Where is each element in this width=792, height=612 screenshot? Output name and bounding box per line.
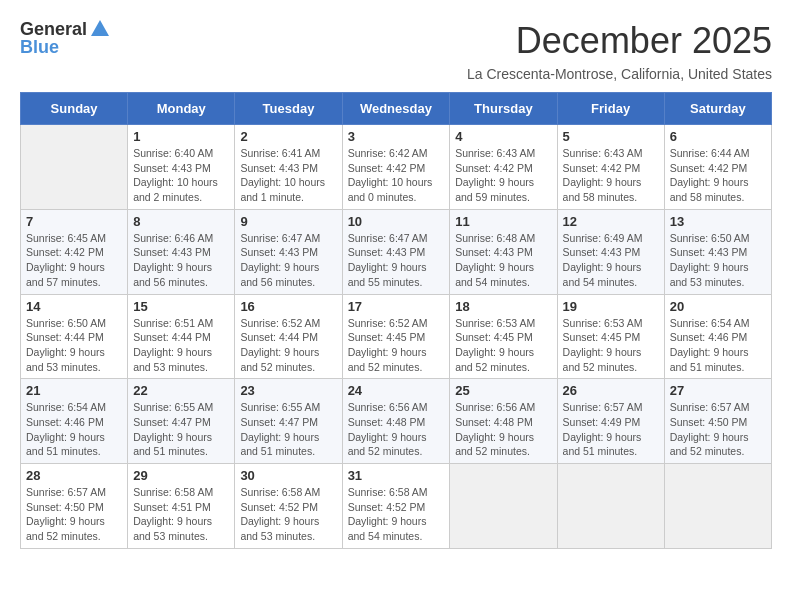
day-info: Sunrise: 6:44 AMSunset: 4:42 PMDaylight:… [670, 146, 766, 205]
calendar-table: SundayMondayTuesdayWednesdayThursdayFrid… [20, 92, 772, 549]
day-info: Sunrise: 6:58 AMSunset: 4:52 PMDaylight:… [240, 485, 336, 544]
day-cell: 30Sunrise: 6:58 AMSunset: 4:52 PMDayligh… [235, 464, 342, 549]
day-number: 8 [133, 214, 229, 229]
day-number: 31 [348, 468, 445, 483]
day-info: Sunrise: 6:51 AMSunset: 4:44 PMDaylight:… [133, 316, 229, 375]
header-cell-monday: Monday [128, 93, 235, 125]
day-cell: 24Sunrise: 6:56 AMSunset: 4:48 PMDayligh… [342, 379, 450, 464]
logo-blue: Blue [20, 38, 111, 58]
day-cell: 20Sunrise: 6:54 AMSunset: 4:46 PMDayligh… [664, 294, 771, 379]
header-cell-tuesday: Tuesday [235, 93, 342, 125]
day-info: Sunrise: 6:47 AMSunset: 4:43 PMDaylight:… [348, 231, 445, 290]
day-cell [21, 125, 128, 210]
title-block: December 2025 [516, 20, 772, 62]
day-cell: 29Sunrise: 6:58 AMSunset: 4:51 PMDayligh… [128, 464, 235, 549]
day-info: Sunrise: 6:54 AMSunset: 4:46 PMDaylight:… [26, 400, 122, 459]
day-cell: 5Sunrise: 6:43 AMSunset: 4:42 PMDaylight… [557, 125, 664, 210]
day-number: 12 [563, 214, 659, 229]
day-info: Sunrise: 6:50 AMSunset: 4:43 PMDaylight:… [670, 231, 766, 290]
day-cell: 17Sunrise: 6:52 AMSunset: 4:45 PMDayligh… [342, 294, 450, 379]
day-cell: 4Sunrise: 6:43 AMSunset: 4:42 PMDaylight… [450, 125, 557, 210]
day-number: 10 [348, 214, 445, 229]
day-number: 13 [670, 214, 766, 229]
day-number: 24 [348, 383, 445, 398]
day-info: Sunrise: 6:42 AMSunset: 4:42 PMDaylight:… [348, 146, 445, 205]
page-container: General Blue December 2025 La Crescenta-… [20, 20, 772, 549]
day-info: Sunrise: 6:41 AMSunset: 4:43 PMDaylight:… [240, 146, 336, 205]
day-cell: 27Sunrise: 6:57 AMSunset: 4:50 PMDayligh… [664, 379, 771, 464]
day-cell: 8Sunrise: 6:46 AMSunset: 4:43 PMDaylight… [128, 209, 235, 294]
day-number: 18 [455, 299, 551, 314]
week-row: 14Sunrise: 6:50 AMSunset: 4:44 PMDayligh… [21, 294, 772, 379]
day-cell: 13Sunrise: 6:50 AMSunset: 4:43 PMDayligh… [664, 209, 771, 294]
day-cell [450, 464, 557, 549]
day-info: Sunrise: 6:52 AMSunset: 4:45 PMDaylight:… [348, 316, 445, 375]
calendar-title: December 2025 [516, 20, 772, 62]
day-cell: 23Sunrise: 6:55 AMSunset: 4:47 PMDayligh… [235, 379, 342, 464]
day-info: Sunrise: 6:47 AMSunset: 4:43 PMDaylight:… [240, 231, 336, 290]
day-info: Sunrise: 6:43 AMSunset: 4:42 PMDaylight:… [563, 146, 659, 205]
logo-icon [89, 18, 111, 40]
day-number: 16 [240, 299, 336, 314]
day-info: Sunrise: 6:48 AMSunset: 4:43 PMDaylight:… [455, 231, 551, 290]
day-number: 7 [26, 214, 122, 229]
header-cell-saturday: Saturday [664, 93, 771, 125]
day-info: Sunrise: 6:45 AMSunset: 4:42 PMDaylight:… [26, 231, 122, 290]
week-row: 28Sunrise: 6:57 AMSunset: 4:50 PMDayligh… [21, 464, 772, 549]
day-info: Sunrise: 6:57 AMSunset: 4:50 PMDaylight:… [670, 400, 766, 459]
day-number: 1 [133, 129, 229, 144]
calendar-subtitle: La Crescenta-Montrose, California, Unite… [20, 66, 772, 82]
week-row: 21Sunrise: 6:54 AMSunset: 4:46 PMDayligh… [21, 379, 772, 464]
day-number: 15 [133, 299, 229, 314]
day-number: 4 [455, 129, 551, 144]
day-number: 30 [240, 468, 336, 483]
header-cell-sunday: Sunday [21, 93, 128, 125]
header: General Blue December 2025 [20, 20, 772, 62]
day-number: 14 [26, 299, 122, 314]
day-info: Sunrise: 6:52 AMSunset: 4:44 PMDaylight:… [240, 316, 336, 375]
header-cell-friday: Friday [557, 93, 664, 125]
day-info: Sunrise: 6:49 AMSunset: 4:43 PMDaylight:… [563, 231, 659, 290]
svg-marker-0 [91, 20, 109, 36]
day-number: 21 [26, 383, 122, 398]
day-cell: 2Sunrise: 6:41 AMSunset: 4:43 PMDaylight… [235, 125, 342, 210]
day-cell: 14Sunrise: 6:50 AMSunset: 4:44 PMDayligh… [21, 294, 128, 379]
day-number: 22 [133, 383, 229, 398]
day-info: Sunrise: 6:56 AMSunset: 4:48 PMDaylight:… [348, 400, 445, 459]
day-number: 26 [563, 383, 659, 398]
day-cell: 7Sunrise: 6:45 AMSunset: 4:42 PMDaylight… [21, 209, 128, 294]
header-cell-thursday: Thursday [450, 93, 557, 125]
header-cell-wednesday: Wednesday [342, 93, 450, 125]
header-row: SundayMondayTuesdayWednesdayThursdayFrid… [21, 93, 772, 125]
day-info: Sunrise: 6:57 AMSunset: 4:50 PMDaylight:… [26, 485, 122, 544]
day-info: Sunrise: 6:57 AMSunset: 4:49 PMDaylight:… [563, 400, 659, 459]
day-cell: 31Sunrise: 6:58 AMSunset: 4:52 PMDayligh… [342, 464, 450, 549]
day-cell: 28Sunrise: 6:57 AMSunset: 4:50 PMDayligh… [21, 464, 128, 549]
day-number: 17 [348, 299, 445, 314]
day-number: 28 [26, 468, 122, 483]
day-number: 2 [240, 129, 336, 144]
day-cell: 21Sunrise: 6:54 AMSunset: 4:46 PMDayligh… [21, 379, 128, 464]
day-info: Sunrise: 6:55 AMSunset: 4:47 PMDaylight:… [133, 400, 229, 459]
day-info: Sunrise: 6:40 AMSunset: 4:43 PMDaylight:… [133, 146, 229, 205]
day-cell: 16Sunrise: 6:52 AMSunset: 4:44 PMDayligh… [235, 294, 342, 379]
day-info: Sunrise: 6:53 AMSunset: 4:45 PMDaylight:… [563, 316, 659, 375]
day-info: Sunrise: 6:56 AMSunset: 4:48 PMDaylight:… [455, 400, 551, 459]
day-cell: 6Sunrise: 6:44 AMSunset: 4:42 PMDaylight… [664, 125, 771, 210]
day-info: Sunrise: 6:50 AMSunset: 4:44 PMDaylight:… [26, 316, 122, 375]
day-number: 3 [348, 129, 445, 144]
day-number: 25 [455, 383, 551, 398]
day-cell: 3Sunrise: 6:42 AMSunset: 4:42 PMDaylight… [342, 125, 450, 210]
day-number: 5 [563, 129, 659, 144]
day-number: 11 [455, 214, 551, 229]
day-number: 27 [670, 383, 766, 398]
day-number: 6 [670, 129, 766, 144]
day-info: Sunrise: 6:58 AMSunset: 4:52 PMDaylight:… [348, 485, 445, 544]
day-cell: 12Sunrise: 6:49 AMSunset: 4:43 PMDayligh… [557, 209, 664, 294]
day-cell: 10Sunrise: 6:47 AMSunset: 4:43 PMDayligh… [342, 209, 450, 294]
day-info: Sunrise: 6:55 AMSunset: 4:47 PMDaylight:… [240, 400, 336, 459]
day-cell: 1Sunrise: 6:40 AMSunset: 4:43 PMDaylight… [128, 125, 235, 210]
day-info: Sunrise: 6:54 AMSunset: 4:46 PMDaylight:… [670, 316, 766, 375]
day-cell: 26Sunrise: 6:57 AMSunset: 4:49 PMDayligh… [557, 379, 664, 464]
day-number: 19 [563, 299, 659, 314]
